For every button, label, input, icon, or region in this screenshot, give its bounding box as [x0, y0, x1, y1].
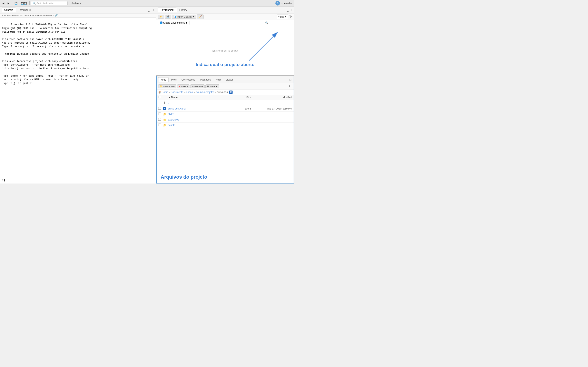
console-text: R version 3.6.1 (2019-07-05) -- "Action … [2, 23, 92, 85]
goto-box: 🔍 Go to file/function [31, 1, 68, 5]
select-all-checkbox[interactable] [158, 96, 161, 98]
import-dataset-button[interactable]: 📊 Import Dataset ▼ [172, 15, 196, 18]
tab-help-label: Help [216, 78, 221, 81]
tab-connections[interactable]: Connections [179, 77, 198, 82]
tab-plots[interactable]: Plots [169, 77, 179, 82]
save-button[interactable]: 💾 [13, 1, 19, 5]
home-icon: 🏠 [158, 91, 161, 94]
scripts-checkbox[interactable] [158, 124, 161, 126]
back-button[interactable]: ◀ [1, 1, 6, 5]
scripts-check[interactable] [158, 124, 163, 127]
refresh-env-button[interactable]: ↻ [289, 14, 292, 19]
files-annotation-text: Arquivos do projeto [161, 174, 290, 180]
more-dropdown-icon: ▼ [215, 85, 218, 88]
global-env-bar: 🌐 Global Environment ▼ [156, 20, 294, 26]
addins-button[interactable]: Addins ▼ [70, 1, 83, 5]
env-search-input[interactable] [264, 21, 292, 25]
global-env-button[interactable]: 🌐 Global Environment ▼ [158, 21, 190, 25]
minimize-env-button[interactable]: ⎯ [286, 8, 289, 11]
load-workspace-button[interactable]: 📂 [158, 15, 164, 18]
minimize-console-button[interactable]: ⎯ [147, 8, 150, 12]
scripts-folder-icon: 📁 [163, 124, 168, 127]
env-toolbar-right: ≡ List ▼ ↻ [277, 14, 292, 19]
slides-checkbox[interactable] [158, 113, 161, 115]
tab-console-label: Console [4, 8, 13, 11]
save-workspace-button[interactable]: 💾 [165, 15, 171, 18]
more-button[interactable]: ⚙ More ▼ [205, 84, 219, 88]
header-name[interactable]: ▲ Name [168, 96, 227, 99]
delete-button[interactable]: ✕ Delete [177, 84, 190, 88]
slides-name[interactable]: slides [168, 113, 227, 116]
user-initial: C [277, 2, 278, 4]
maximize-env-button[interactable]: □ [290, 8, 292, 11]
rproj-name[interactable]: curso-de-r.Rproj [168, 107, 227, 110]
file-row-rproj[interactable]: R curso-de-r.Rproj 205 B May 13, 2020, 6… [156, 106, 294, 111]
header-size-label: Size [246, 96, 251, 99]
tab-packages[interactable]: Packages [198, 77, 213, 82]
more-label: More [210, 85, 215, 88]
clear-env-button[interactable]: 🧹 [197, 15, 204, 19]
header-modified-label: Modified [283, 96, 292, 99]
file-row-slides[interactable]: 📁 slides [156, 111, 294, 117]
maximize-console-button[interactable]: □ [151, 8, 154, 12]
breadcrumb-sep-2: › [184, 91, 185, 94]
rproj-checkbox[interactable] [158, 107, 161, 110]
more-breadcrumb-icon[interactable]: ⋯ [234, 91, 236, 94]
file-row-up[interactable]: ⬆ .. [156, 100, 294, 106]
load-workspace-icon: 📂 [159, 15, 162, 18]
scripts-name[interactable]: scripts [168, 124, 227, 127]
rproj-check[interactable] [158, 107, 163, 110]
refresh-files-button[interactable]: ↻ [288, 84, 292, 89]
console-path-bar: ~ ~/Documents/curso-r/exemplo-projetos/c… [0, 13, 156, 17]
save-workspace-icon: 💾 [166, 15, 169, 18]
copy-path-icon[interactable]: ⧉ [153, 14, 154, 17]
tab-help[interactable]: Help [213, 77, 223, 82]
new-folder-button[interactable]: 📁 New Folder [158, 84, 176, 88]
tab-console[interactable]: Console [2, 8, 16, 12]
file-row-exercicios[interactable]: 📁 exercicios [156, 117, 294, 123]
minimize-files-button[interactable]: ⎯ [286, 78, 289, 81]
cursor [4, 179, 5, 182]
r-project-icon: R [229, 91, 233, 94]
tab-terminal-close[interactable]: ✕ [29, 9, 31, 11]
tab-terminal[interactable]: Terminal ✕ [16, 8, 34, 12]
maximize-files-button[interactable]: □ [289, 78, 292, 81]
folder-icon-slides: 📁 [163, 113, 167, 116]
env-tabs: Environment History ⎯ □ [156, 7, 294, 13]
delete-icon: ✕ [179, 85, 181, 88]
tab-files[interactable]: Files [158, 77, 169, 82]
exercicios-checkbox[interactable] [158, 118, 161, 121]
new-folder-label: New Folder [163, 85, 175, 88]
delete-label: Delete [181, 85, 188, 88]
rproj-icon: R [163, 107, 168, 110]
breadcrumb-curso-r[interactable]: curso-r [186, 91, 193, 94]
rename-icon: ✏ [192, 85, 194, 88]
breadcrumb-exemplo-projetos[interactable]: exemplo-projetos [196, 91, 214, 94]
user-badge[interactable]: C [276, 1, 280, 6]
slides-folder-icon: 📁 [163, 113, 168, 116]
file-row-scripts[interactable]: 📁 scripts [156, 123, 294, 128]
console-prompt-line[interactable]: > [0, 179, 156, 182]
right-panel: Environment History ⎯ □ 📂 💾 [156, 7, 294, 184]
tab-environment[interactable]: Environment [158, 8, 177, 12]
rename-button[interactable]: ✏ Rename [190, 84, 205, 88]
forward-button[interactable]: ▶ [6, 1, 11, 5]
search-icon: 🔍 [33, 2, 36, 5]
save-all-button[interactable]: 💾💾 [20, 1, 28, 5]
breadcrumb-sep-3: › [194, 91, 195, 94]
files-panel: Files Plots Connections Packages Help [156, 76, 294, 184]
tab-viewer[interactable]: Viewer [223, 77, 235, 82]
list-view-button[interactable]: ≡ List ▼ [277, 14, 288, 19]
files-table-header: ▲ Name Size Modified [156, 95, 294, 100]
slides-check[interactable] [158, 113, 163, 116]
exercicios-name[interactable]: exercicios [168, 118, 227, 121]
globe-icon: 🌐 [160, 21, 163, 24]
exercicios-check[interactable] [158, 118, 163, 121]
broom-icon: 🧹 [199, 15, 202, 18]
tab-history[interactable]: History [177, 8, 189, 12]
up-name[interactable]: .. [168, 101, 227, 104]
breadcrumb-documents[interactable]: Documents [171, 91, 183, 94]
breadcrumb-home[interactable]: Home [162, 91, 168, 94]
top-toolbar: ◀ ▶ 💾 💾💾 🔍 Go to file/function Addins ▼ … [0, 0, 294, 7]
tab-connections-label: Connections [182, 78, 195, 81]
